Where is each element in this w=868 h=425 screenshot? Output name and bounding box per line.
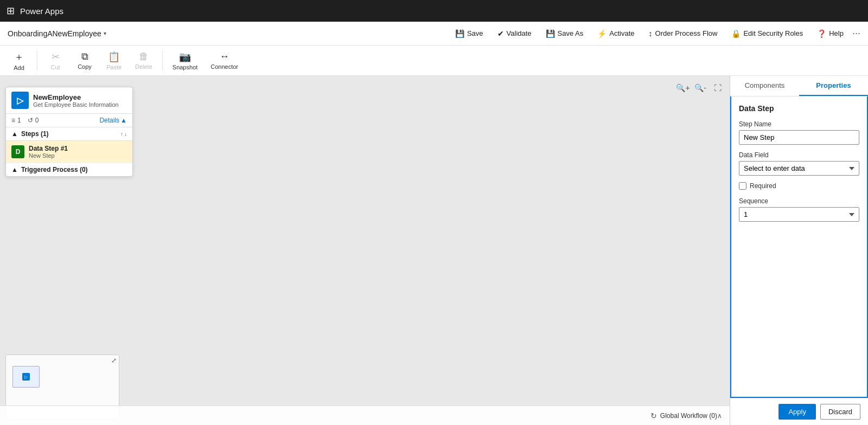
required-checkbox[interactable] bbox=[739, 182, 746, 190]
copy-label: Copy bbox=[78, 63, 92, 70]
card-subtitle: Get Employee Basic Information bbox=[33, 101, 119, 108]
paste-icon: 📋 bbox=[108, 51, 120, 63]
order-process-flow-label: Order Process Flow bbox=[655, 29, 718, 37]
cut-tool[interactable]: ✂ Cut bbox=[42, 49, 69, 73]
step-sub: New Step bbox=[29, 152, 127, 159]
steps-section-header: ▲ Steps (1) ↑ ↓ bbox=[6, 127, 132, 141]
apply-button[interactable]: Apply bbox=[778, 404, 816, 420]
triggered-section-label: Triggered Process (0) bbox=[21, 166, 88, 173]
triggered-count: 0 bbox=[35, 117, 39, 124]
triggered-list-icon: ↺ bbox=[28, 117, 33, 124]
global-workflow-bar: ↻ Global Workflow (0) ∧ bbox=[0, 405, 730, 425]
zoom-in-button[interactable]: 🔍+ bbox=[675, 80, 691, 95]
step-name-field-label: Step Name bbox=[739, 120, 859, 128]
global-workflow-label-area: ↻ Global Workflow (0) bbox=[650, 411, 717, 420]
more-options-button[interactable]: ··· bbox=[852, 28, 860, 39]
snapshot-label: Snapshot bbox=[173, 64, 197, 70]
snapshot-tool[interactable]: 📷 Snapshot bbox=[167, 49, 203, 73]
step-icon: D bbox=[11, 145, 24, 158]
right-panel: Components Properties Data Step Step Nam… bbox=[730, 76, 868, 425]
save-label: Save bbox=[467, 29, 483, 37]
order-process-flow-icon: ↕ bbox=[649, 29, 653, 38]
steps-section-triangle-icon: ▲ bbox=[11, 130, 18, 138]
required-label[interactable]: Required bbox=[750, 182, 776, 190]
sequence-label: Sequence bbox=[739, 197, 859, 205]
minimap-resize-button[interactable]: ⤢ bbox=[111, 357, 117, 364]
global-workflow-collapse-button[interactable]: ∧ bbox=[717, 412, 722, 420]
tab-properties[interactable]: Properties bbox=[799, 76, 868, 96]
copy-tool[interactable]: ⧉ Copy bbox=[71, 49, 98, 72]
step-info: Data Step #1 New Step bbox=[29, 145, 127, 159]
connector-tool[interactable]: ↔ Connector bbox=[205, 49, 244, 72]
tab-properties-label: Properties bbox=[816, 81, 851, 89]
delete-icon: 🗑 bbox=[139, 51, 149, 62]
data-field-select[interactable]: Select to enter data bbox=[739, 161, 859, 176]
required-row: Required bbox=[739, 182, 859, 190]
panel-tabs: Components Properties bbox=[730, 76, 868, 96]
save-button[interactable]: 💾 Save bbox=[450, 27, 489, 40]
zoom-out-button[interactable]: 🔍- bbox=[693, 80, 708, 95]
panel-content: Data Step Step Name Data Field Select to… bbox=[730, 96, 868, 398]
sort-up-icon: ↑ bbox=[120, 131, 123, 137]
delete-tool[interactable]: 🗑 Delete bbox=[130, 49, 158, 72]
connector-label: Connector bbox=[210, 63, 238, 70]
steps-section: ▲ Steps (1) ↑ ↓ D Data Step #1 New bbox=[6, 127, 132, 163]
global-workflow-text: Global Workflow (0) bbox=[660, 412, 717, 420]
triggered-header: ▲ Triggered Process (0) bbox=[11, 166, 127, 173]
save-as-button[interactable]: 💾 Save As bbox=[540, 27, 589, 40]
card-icon: ▷ bbox=[11, 92, 29, 109]
details-button[interactable]: Details ▲ bbox=[99, 117, 127, 124]
toolbar-actions: 💾 Save ✔ Validate 💾 Save As ⚡ Activate ↕… bbox=[450, 27, 860, 40]
panel-footer: Apply Discard bbox=[730, 398, 868, 425]
steps-list-icon: ≡ bbox=[11, 117, 15, 124]
cut-icon: ✂ bbox=[52, 51, 60, 63]
second-bar: OnboardingANewEmployee ▾ 💾 Save ✔ Valida… bbox=[0, 22, 868, 46]
sort-arrows[interactable]: ↑ ↓ bbox=[120, 131, 127, 137]
triggered-meta: ↺ 0 bbox=[28, 117, 39, 124]
tab-components[interactable]: Components bbox=[730, 76, 799, 96]
spin-icon: ↻ bbox=[650, 411, 657, 420]
sequence-select[interactable]: 1 2 3 bbox=[739, 207, 859, 222]
help-button[interactable]: ❓ Help bbox=[812, 27, 849, 40]
delete-label: Delete bbox=[135, 63, 152, 70]
edit-security-roles-icon: 🔒 bbox=[731, 29, 741, 38]
edit-security-roles-label: Edit Security Roles bbox=[743, 29, 803, 37]
meta-left: ≡ 1 ↺ 0 bbox=[11, 117, 39, 124]
steps-section-label: Steps (1) bbox=[21, 130, 49, 138]
validate-label: Validate bbox=[507, 29, 532, 37]
cut-label: Cut bbox=[50, 64, 60, 70]
app-title: Power Apps bbox=[20, 7, 63, 16]
paste-tool[interactable]: 📋 Paste bbox=[100, 49, 127, 73]
discard-button[interactable]: Discard bbox=[820, 404, 860, 420]
toolbar-sep-1 bbox=[37, 51, 37, 70]
steps-section-title: ▲ Steps (1) bbox=[11, 130, 49, 138]
process-card: ▷ NewEmployee Get Employee Basic Informa… bbox=[5, 87, 133, 177]
add-tool[interactable]: ＋ Add bbox=[5, 48, 33, 73]
canvas-area: 🔍+ 🔍- ⛶ ▷ NewEmployee Get Employee Basic… bbox=[0, 76, 730, 425]
save-as-label: Save As bbox=[558, 29, 584, 37]
validate-button[interactable]: ✔ Validate bbox=[492, 27, 537, 40]
tab-components-label: Components bbox=[745, 81, 785, 89]
order-process-flow-button[interactable]: ↕ Order Process Flow bbox=[643, 27, 723, 40]
step-item[interactable]: D Data Step #1 New Step bbox=[6, 141, 132, 163]
copy-icon: ⧉ bbox=[81, 51, 88, 62]
activate-button[interactable]: ⚡ Activate bbox=[592, 27, 640, 40]
fit-button[interactable]: ⛶ bbox=[710, 80, 725, 95]
step-icon-text: D bbox=[16, 148, 21, 156]
minimap-card-icon: ▷ bbox=[22, 373, 30, 381]
waffle-icon[interactable]: ⊞ bbox=[7, 5, 15, 17]
sort-down-icon: ↓ bbox=[124, 131, 127, 137]
add-label: Add bbox=[14, 65, 24, 71]
step-name-input[interactable] bbox=[739, 130, 859, 145]
zoom-controls: 🔍+ 🔍- ⛶ bbox=[675, 80, 725, 95]
edit-security-roles-button[interactable]: 🔒 Edit Security Roles bbox=[726, 27, 808, 40]
connector-icon: ↔ bbox=[220, 51, 229, 62]
flow-name[interactable]: OnboardingANewEmployee ▾ bbox=[8, 29, 106, 38]
minimap-card: ▷ bbox=[12, 366, 40, 388]
steps-count: 1 bbox=[17, 117, 21, 124]
activate-label: Activate bbox=[609, 29, 634, 37]
snapshot-icon: 📷 bbox=[179, 51, 191, 63]
activate-icon: ⚡ bbox=[597, 29, 607, 38]
panel-section-heading: Data Step bbox=[739, 104, 859, 113]
details-chevron-icon: ▲ bbox=[120, 117, 127, 124]
